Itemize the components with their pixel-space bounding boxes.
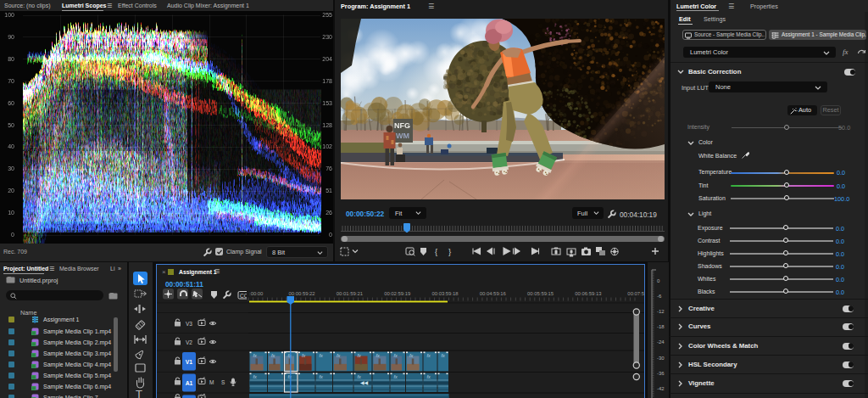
svg-text:00:01:59:21: 00:01:59:21	[337, 291, 363, 296]
svg-text:fx: fx	[253, 353, 258, 358]
svg-text:fx: fx	[320, 374, 324, 379]
svg-text:V3: V3	[186, 321, 192, 327]
svg-text::00:00: :00:00	[249, 291, 264, 296]
svg-text:T: T	[136, 388, 142, 398]
svg-text:fx: fx	[394, 353, 398, 358]
svg-text:00:06:59:13: 00:06:59:13	[575, 291, 602, 296]
svg-text:-6: -6	[657, 294, 662, 299]
svg-text:{: {	[435, 247, 437, 256]
svg-text:S: S	[221, 379, 225, 385]
svg-text:00:03:59:18: 00:03:59:18	[431, 291, 459, 296]
svg-text:fx: fx	[394, 374, 398, 379]
svg-text:fx: fx	[427, 353, 431, 358]
svg-text:fx: fx	[358, 353, 362, 358]
svg-text:00:05:59:15: 00:05:59:15	[527, 291, 554, 296]
svg-text:}: }	[448, 247, 451, 256]
svg-text:fx: fx	[320, 353, 324, 358]
svg-text:00:02:59:19: 00:02:59:19	[384, 291, 410, 296]
svg-text:-12: -12	[657, 309, 665, 314]
svg-text:-36: -36	[657, 371, 665, 376]
svg-text:00:04:59:16: 00:04:59:16	[480, 291, 507, 296]
svg-text:fx: fx	[376, 353, 381, 358]
svg-text:0: 0	[657, 278, 660, 283]
svg-text:fx: fx	[409, 353, 414, 358]
svg-text:V2: V2	[186, 339, 192, 345]
svg-text:00:07:5: 00:07:5	[627, 291, 644, 296]
svg-text:00:00:59:22: 00:00:59:22	[289, 291, 315, 296]
svg-text:A1: A1	[186, 380, 193, 386]
svg-text:◀◀: ◀◀	[360, 380, 369, 385]
svg-text:fx: fx	[337, 353, 341, 358]
svg-text:V1: V1	[186, 359, 193, 365]
svg-text:fx: fx	[427, 374, 431, 379]
svg-text:-18: -18	[657, 324, 665, 329]
svg-text:fx: fx	[253, 374, 258, 379]
svg-text:fx: fx	[302, 353, 306, 358]
svg-text:fx: fx	[358, 374, 362, 379]
svg-text:-24: -24	[657, 339, 665, 345]
svg-text:-42: -42	[657, 386, 665, 391]
svg-text:fx: fx	[271, 353, 275, 358]
svg-text:M: M	[209, 379, 214, 385]
svg-text:fx: fx	[442, 353, 446, 358]
svg-text:-30: -30	[657, 356, 665, 361]
